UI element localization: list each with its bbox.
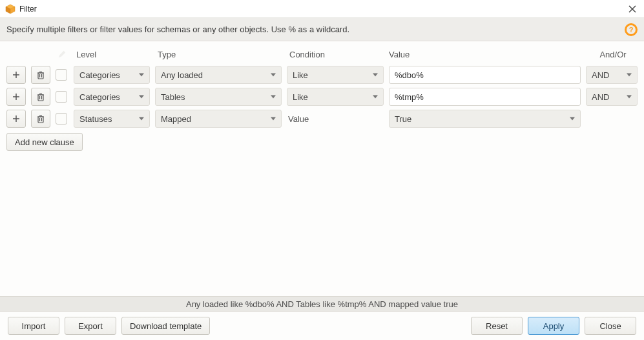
type-value: Any loaded <box>161 70 203 80</box>
chevron-down-icon <box>627 95 632 99</box>
row-checkbox[interactable] <box>56 91 67 103</box>
level-value: Statuses <box>79 114 112 124</box>
svg-rect-14 <box>38 95 43 101</box>
add-row-button[interactable] <box>6 66 26 84</box>
filter-summary: Any loaded like %dbo% AND Tables like %t… <box>0 296 644 312</box>
add-new-clause-button[interactable]: Add new clause <box>6 133 83 151</box>
filter-row: Categories Tables Like AND <box>6 86 638 107</box>
level-value: Categories <box>79 70 120 80</box>
condition-select[interactable]: Like <box>287 66 384 84</box>
chevron-down-icon <box>373 95 378 99</box>
header-andor: And/Or <box>586 50 638 59</box>
filter-row: Categories Any loaded Like AND <box>6 65 638 85</box>
condition-select[interactable]: Like <box>287 88 384 106</box>
level-select[interactable]: Categories <box>74 66 150 84</box>
chevron-down-icon <box>271 117 276 121</box>
filter-row: Statuses Mapped Value True <box>6 108 638 129</box>
info-text: Specify multiple filters or filter value… <box>6 25 349 34</box>
add-row-button[interactable] <box>6 110 26 128</box>
type-value: Tables <box>161 92 185 102</box>
grid-header-row: Level Type Condition Value And/Or <box>6 45 638 63</box>
apply-button[interactable]: Apply <box>528 317 579 335</box>
reset-button[interactable]: Reset <box>471 317 523 335</box>
delete-row-button[interactable] <box>31 88 50 106</box>
edit-column-icon <box>57 50 67 59</box>
type-select[interactable]: Tables <box>155 88 282 106</box>
svg-rect-7 <box>38 73 43 79</box>
condition-label: Value <box>287 110 384 128</box>
help-icon[interactable] <box>625 23 638 36</box>
type-select[interactable]: Mapped <box>155 110 282 128</box>
chevron-down-icon <box>373 74 378 77</box>
chevron-down-icon <box>271 95 276 99</box>
add-row-button[interactable] <box>6 88 26 106</box>
chevron-down-icon <box>139 117 144 121</box>
titlebar: Filter <box>0 0 644 18</box>
download-template-button[interactable]: Download template <box>121 317 210 335</box>
delete-row-button[interactable] <box>31 110 50 128</box>
header-condition: Condition <box>287 50 384 59</box>
header-value: Value <box>389 50 581 59</box>
header-level: Level <box>74 50 150 59</box>
value-input[interactable] <box>389 66 581 84</box>
chevron-down-icon <box>139 95 144 99</box>
filter-grid: Level Type Condition Value And/Or <box>0 41 644 129</box>
info-bar: Specify multiple filters or filter value… <box>0 18 644 41</box>
chevron-down-icon <box>570 117 575 121</box>
type-select[interactable]: Any loaded <box>155 66 282 84</box>
close-button[interactable]: Close <box>585 317 636 335</box>
andor-select[interactable]: AND <box>586 88 638 106</box>
import-button[interactable]: Import <box>8 317 59 335</box>
value-select[interactable]: True <box>389 110 581 128</box>
chevron-down-icon <box>627 74 632 77</box>
footer: Import Export Download template Reset Ap… <box>0 312 644 340</box>
svg-rect-21 <box>38 117 43 123</box>
header-type: Type <box>155 50 282 59</box>
delete-row-button[interactable] <box>31 66 50 84</box>
level-select[interactable]: Categories <box>74 88 150 106</box>
level-select[interactable]: Statuses <box>74 110 150 128</box>
row-checkbox[interactable] <box>56 113 67 125</box>
value-input[interactable] <box>389 88 581 106</box>
andor-select[interactable]: AND <box>586 66 638 84</box>
chevron-down-icon <box>271 74 276 77</box>
type-value: Mapped <box>161 114 191 124</box>
chevron-down-icon <box>139 74 144 77</box>
export-button[interactable]: Export <box>65 317 116 335</box>
window-close-button[interactable] <box>625 1 640 17</box>
window-title: Filter <box>19 5 37 14</box>
row-checkbox[interactable] <box>56 69 67 81</box>
app-icon <box>5 4 16 14</box>
level-value: Categories <box>79 92 120 102</box>
